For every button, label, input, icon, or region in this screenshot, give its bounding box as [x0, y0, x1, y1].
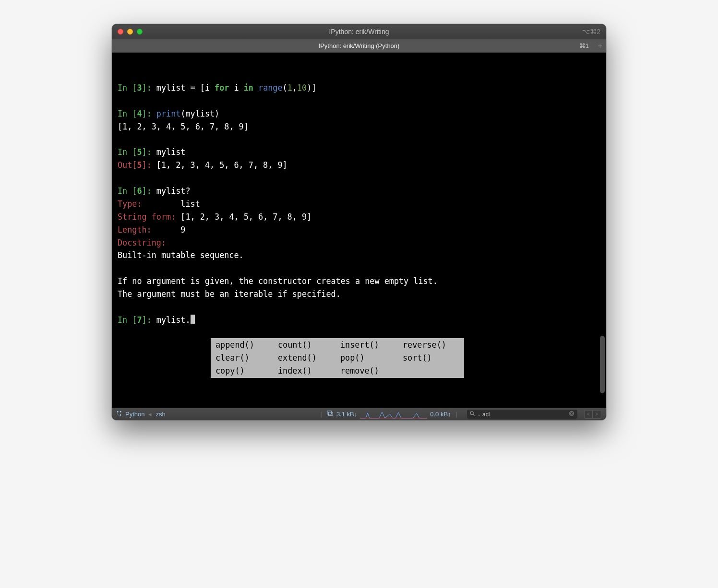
in-5: In [5]: mylist [118, 146, 600, 159]
branch-icon [117, 411, 122, 418]
out-4-text: [1, 2, 3, 4, 5, 6, 7, 8, 9] [118, 120, 600, 133]
search-value: acl [482, 411, 490, 418]
titlebar[interactable]: IPython: erik/Writing ⌥⌘2 [112, 24, 606, 39]
docstring-line: If no argument is given, the constructor… [118, 275, 600, 288]
tab-bar: IPython: erik/Writing (Python) ⌘1 + [112, 39, 606, 53]
autocomplete-item[interactable]: copy() [213, 365, 275, 377]
scrollbar[interactable] [600, 336, 605, 393]
info-length: Length: 9 [118, 223, 600, 236]
search-next-button[interactable]: > [593, 410, 601, 419]
autocomplete-item[interactable]: extend() [275, 352, 337, 365]
docstring-line: The argument must be an iterable if spec… [118, 288, 600, 301]
clear-search-icon[interactable] [569, 411, 574, 418]
autocomplete-item[interactable]: pop() [337, 352, 400, 365]
autocomplete-item[interactable]: reverse() [400, 339, 462, 352]
in-4: In [4]: print(mylist) [118, 107, 600, 120]
autocomplete-item[interactable]: insert() [337, 339, 400, 352]
close-icon[interactable] [118, 29, 123, 35]
network-icon [327, 411, 334, 418]
net-up: 0.0 kB↑ [430, 411, 451, 418]
in-7: In [7]: mylist. [118, 314, 600, 327]
out-5: Out[5]: [1, 2, 3, 4, 5, 6, 7, 8, 9] [118, 159, 600, 172]
autocomplete-popup[interactable]: append() count() insert() reverse() clea… [211, 338, 464, 378]
tab-ipython[interactable]: IPython: erik/Writing (Python) [112, 42, 606, 49]
in-6: In [6]: mylist? [118, 185, 600, 198]
autocomplete-item[interactable]: sort() [400, 352, 462, 365]
svg-rect-0 [327, 411, 332, 414]
tab-shortcut: ⌘1 [579, 42, 589, 49]
info-type: Type: list [118, 198, 600, 211]
autocomplete-item[interactable]: count() [275, 339, 337, 352]
autocomplete-item[interactable]: append() [213, 339, 275, 352]
terminal-window: IPython: erik/Writing ⌥⌘2 IPython: erik/… [112, 24, 606, 420]
docstring-line: Built-in mutable sequence. [118, 249, 600, 262]
zoom-icon[interactable] [137, 29, 143, 35]
traffic-lights [112, 29, 143, 35]
svg-line-4 [473, 414, 475, 416]
search-icon [470, 411, 475, 417]
info-stringform: String form: [1, 2, 3, 4, 5, 6, 7, 8, 9] [118, 211, 600, 223]
sparkline [360, 410, 427, 419]
minimize-icon[interactable] [127, 29, 133, 35]
info-docstring-label: Docstring: [118, 236, 600, 249]
window-title: IPython: erik/Writing [112, 28, 606, 35]
status-network: | 3.1 kB↓ 0.0 kB↑ | [319, 410, 460, 419]
in-3: In [3]: mylist = [i for i in range(1,10)… [118, 82, 600, 94]
autocomplete-item[interactable]: index() [275, 365, 337, 377]
svg-rect-1 [328, 412, 333, 415]
search-nav: < > [584, 410, 601, 419]
cursor [191, 315, 195, 324]
window-shortcut: ⌥⌘2 [582, 28, 600, 35]
status-search[interactable]: ⌄ acl [467, 410, 577, 419]
terminal-content[interactable]: In [3]: mylist = [i for i in range(1,10)… [112, 53, 606, 408]
arrow-left-icon: ◂ [148, 411, 152, 418]
status-process-name: Python [125, 411, 144, 418]
status-process[interactable]: Python ◂ zsh [117, 411, 166, 418]
status-shell: zsh [156, 411, 165, 418]
net-down: 3.1 kB↓ [336, 411, 357, 418]
autocomplete-item[interactable]: clear() [213, 352, 275, 365]
chevron-down-icon[interactable]: ⌄ [477, 412, 481, 417]
svg-point-3 [470, 412, 473, 414]
search-prev-button[interactable]: < [584, 410, 593, 419]
autocomplete-item[interactable]: remove() [337, 365, 400, 377]
status-bar: Python ◂ zsh | 3.1 kB↓ 0.0 kB↑ | ⌄ acl [112, 408, 606, 420]
new-tab-button[interactable]: + [598, 42, 602, 50]
